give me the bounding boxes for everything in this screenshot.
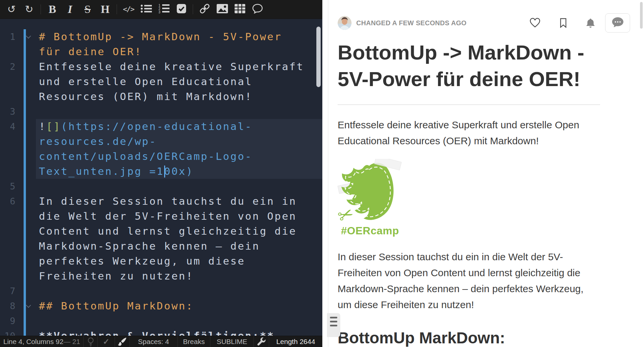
redo-icon: ↻ (25, 4, 33, 14)
line-number (0, 164, 15, 179)
code-row[interactable]: Resources (OER) mit Markdown! (0, 89, 322, 104)
code-text[interactable] (36, 313, 322, 328)
fold-chevron-icon[interactable] (26, 303, 31, 308)
code-text[interactable]: content/uploads/OERCamp-Logo- (36, 149, 322, 164)
code-text[interactable]: ## BottomUp MarkDown: (36, 298, 322, 313)
bold-button[interactable]: B (44, 0, 61, 19)
wrench-icon[interactable] (254, 336, 269, 347)
oercamp-logo-image: ✂ #OERcamp (338, 159, 407, 237)
document-length-status: Length 2644 (269, 336, 322, 347)
code-button[interactable]: </> (120, 0, 137, 19)
code-text[interactable]: Text_unten.jpg =100x) (36, 164, 322, 179)
fold-gutter (15, 149, 36, 164)
code-text[interactable]: Freiheiten zu nutzen! (36, 269, 322, 284)
check-status-icon[interactable]: ✓ (98, 336, 115, 347)
cursor-position-status: Line 4, Columns 92 — 21 (0, 336, 84, 347)
code-text[interactable]: **Verwahren & Vervielfältigen:** (36, 328, 322, 336)
section-heading: BottomUp MarkDown: (338, 329, 629, 347)
heart-icon[interactable] (529, 18, 541, 28)
breaks-setting[interactable]: Breaks (178, 336, 210, 347)
code-row[interactable]: Text_unten.jpg =100x) (0, 164, 322, 179)
code-text[interactable] (36, 284, 322, 298)
numbered-list-icon: 123 (158, 4, 169, 15)
lightbulb-icon[interactable] (84, 336, 98, 347)
code-row[interactable]: 8## BottomUp MarkDown: (0, 298, 322, 313)
code-text[interactable]: und erstelle Open Educational (36, 74, 322, 89)
code-row[interactable]: Content und lernst gleichzeitig die (0, 224, 322, 239)
image-button[interactable] (213, 0, 231, 19)
code-row[interactable]: 5 (0, 179, 322, 194)
document-header: CHANGED A FEW SECONDS AGO (338, 13, 630, 33)
comments-button[interactable] (605, 13, 630, 33)
link-button[interactable] (196, 0, 213, 19)
code-text[interactable] (36, 104, 322, 119)
checklist-icon (176, 4, 186, 15)
strikethrough-button[interactable]: S (79, 0, 96, 19)
code-row[interactable]: 7 (0, 284, 322, 298)
bell-icon[interactable] (586, 18, 595, 28)
code-row[interactable]: resources.de/wp- (0, 134, 322, 149)
paragraph-intro: Entfessele deine kreative Superkraft und… (338, 117, 590, 149)
bullet-list-icon (141, 4, 152, 15)
author-avatar[interactable] (338, 16, 352, 30)
code-text[interactable]: # BottomUp -> MarkDown - 5V-Power (36, 29, 322, 44)
code-text[interactable]: In dieser Session tauchst du ein in (36, 194, 322, 209)
code-row[interactable]: für deine OER! (0, 44, 322, 59)
code-row[interactable]: content/uploads/OERCamp-Logo- (0, 149, 322, 164)
code-row[interactable]: und erstelle Open Educational (0, 74, 322, 89)
redo-button[interactable]: ↻ (20, 0, 38, 19)
bookmark-icon[interactable] (559, 18, 567, 28)
code-row[interactable]: 3 (0, 104, 322, 119)
checklist-button[interactable] (172, 0, 190, 19)
code-text[interactable]: für deine OER! (36, 44, 322, 59)
code-text[interactable]: perfektes Werkzeug, um diese (36, 254, 322, 269)
keymap-setting[interactable]: SUBLIME (210, 336, 254, 347)
paintbrush-icon[interactable] (115, 336, 130, 347)
code-row[interactable]: 6In dieser Session tauchst du ein in (0, 194, 322, 209)
table-button[interactable] (231, 0, 249, 19)
code-row[interactable]: die Welt der 5V-Freiheiten von Open (0, 209, 322, 224)
code-row[interactable]: Freiheiten zu nutzen! (0, 269, 322, 284)
code-row[interactable]: 9 (0, 313, 322, 328)
line-number: 4 (0, 119, 15, 134)
preview-scrollbar-thumb[interactable] (640, 2, 643, 29)
heading-button[interactable]: H (96, 0, 114, 19)
editor-scrollbar-thumb[interactable] (316, 27, 321, 87)
line-number (0, 44, 15, 59)
fold-gutter (15, 239, 36, 254)
code-row[interactable]: 4![](https://open-educational- (0, 119, 322, 134)
italic-button[interactable]: I (61, 0, 79, 19)
pane-split-divider[interactable] (322, 0, 328, 347)
last-changed-label[interactable]: CHANGED A FEW SECONDS AGO (356, 19, 467, 27)
comment-button[interactable] (249, 0, 266, 19)
toc-toggle-tab[interactable] (327, 313, 340, 337)
comment-dots-icon (611, 16, 624, 30)
line-number (0, 74, 15, 89)
code-text[interactable] (36, 179, 322, 194)
line-number: 2 (0, 59, 15, 74)
fold-chevron-icon[interactable] (26, 34, 31, 39)
code-text[interactable]: Resources (OER) mit Markdown! (36, 89, 322, 104)
undo-button[interactable]: ↺ (3, 0, 20, 19)
fold-gutter (15, 194, 36, 209)
code-text[interactable]: Markdown-Sprache kennen – dein (36, 239, 322, 254)
bullet-list-button[interactable] (137, 0, 155, 19)
code-row[interactable]: Markdown-Sprache kennen – dein (0, 239, 322, 254)
paragraph-session: In dieser Session tauchst du ein in die … (338, 249, 590, 313)
spaces-setting[interactable]: Spaces: 4 (130, 336, 178, 347)
code-text[interactable]: die Welt der 5V-Freiheiten von Open (36, 209, 322, 224)
code-text[interactable]: ![](https://open-educational- (36, 119, 322, 134)
code-text[interactable]: Content und lernst gleichzeitig die (36, 224, 322, 239)
fold-gutter (15, 59, 36, 74)
code-row[interactable]: 10**Verwahren & Vervielfältigen:** (0, 328, 322, 336)
fold-gutter (15, 119, 36, 134)
numbered-list-button[interactable]: 123 (155, 0, 172, 19)
code-row[interactable]: perfektes Werkzeug, um diese (0, 254, 322, 269)
code-text[interactable]: Entfessele deine kreative Superkraft (36, 59, 322, 74)
code-row[interactable]: 1# BottomUp -> MarkDown - 5V-Power (0, 29, 322, 44)
comment-icon (252, 3, 263, 15)
code-text[interactable]: resources.de/wp- (36, 134, 322, 149)
code-editor[interactable]: 1# BottomUp -> MarkDown - 5V-Powerfür de… (0, 19, 322, 336)
fold-gutter (15, 74, 36, 89)
code-row[interactable]: 2Entfessele deine kreative Superkraft (0, 59, 322, 74)
